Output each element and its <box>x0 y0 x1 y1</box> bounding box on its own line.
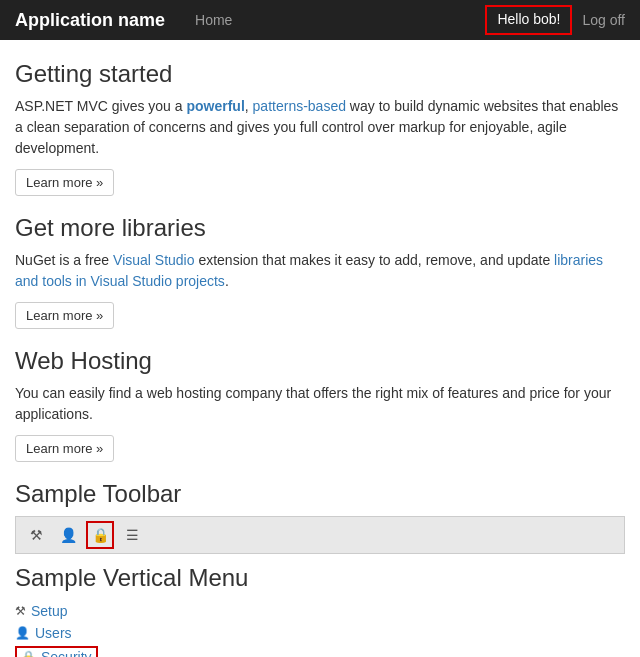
toolbar-list-icon[interactable]: ☰ <box>118 521 146 549</box>
web-hosting-section: Web Hosting You can easily find a web ho… <box>15 347 625 470</box>
security-highlight-box[interactable]: 🔒 Security <box>15 646 98 657</box>
vertical-menu-item-users[interactable]: 👤 Users <box>15 622 625 644</box>
vertical-menu-users-label[interactable]: Users <box>35 625 72 641</box>
toolbar-wrench-icon[interactable]: ⚒ <box>22 521 50 549</box>
main-content: Getting started ASP.NET MVC gives you a … <box>0 40 640 657</box>
toolbar-bar: ⚒ 👤 🔒 ☰ <box>15 516 625 554</box>
get-more-libraries-text: NuGet is a free Visual Studio extension … <box>15 250 625 292</box>
logout-link[interactable]: Log off <box>582 12 625 28</box>
getting-started-heading: Getting started <box>15 60 625 88</box>
navbar-brand[interactable]: Application name <box>15 10 165 31</box>
toolbar-heading: Sample Toolbar <box>15 480 625 508</box>
navbar-right: Hello bob! Log off <box>485 5 625 35</box>
getting-started-section: Getting started ASP.NET MVC gives you a … <box>15 60 625 204</box>
navbar-nav: Home <box>185 0 485 40</box>
get-more-libraries-learn-more[interactable]: Learn more » <box>15 302 114 329</box>
security-icon: 🔒 <box>21 650 36 657</box>
web-hosting-text: You can easily find a web hosting compan… <box>15 383 625 425</box>
web-hosting-heading: Web Hosting <box>15 347 625 375</box>
toolbar-user-icon[interactable]: 👤 <box>54 521 82 549</box>
hello-button[interactable]: Hello bob! <box>485 5 572 35</box>
vertical-menu-setup-label[interactable]: Setup <box>31 603 68 619</box>
vertical-menu-section: Sample Vertical Menu ⚒ Setup 👤 Users 🔒 S… <box>15 564 625 657</box>
users-icon: 👤 <box>15 626 30 640</box>
setup-icon: ⚒ <box>15 604 26 618</box>
toolbar-lock-icon[interactable]: 🔒 <box>86 521 114 549</box>
vertical-menu-list: ⚒ Setup 👤 Users 🔒 Security ☰ Menu Manage… <box>15 600 625 657</box>
navbar: Application name Home Hello bob! Log off <box>0 0 640 40</box>
vertical-menu-item-security[interactable]: 🔒 Security <box>15 644 625 657</box>
vertical-menu-security-label[interactable]: Security <box>41 649 92 657</box>
getting-started-learn-more[interactable]: Learn more » <box>15 169 114 196</box>
getting-started-text: ASP.NET MVC gives you a powerful, patter… <box>15 96 625 159</box>
get-more-libraries-section: Get more libraries NuGet is a free Visua… <box>15 214 625 337</box>
get-more-libraries-heading: Get more libraries <box>15 214 625 242</box>
web-hosting-learn-more[interactable]: Learn more » <box>15 435 114 462</box>
vertical-menu-heading: Sample Vertical Menu <box>15 564 625 592</box>
toolbar-section: Sample Toolbar ⚒ 👤 🔒 ☰ <box>15 480 625 554</box>
nav-link-home[interactable]: Home <box>185 0 242 40</box>
vertical-menu-item-setup[interactable]: ⚒ Setup <box>15 600 625 622</box>
